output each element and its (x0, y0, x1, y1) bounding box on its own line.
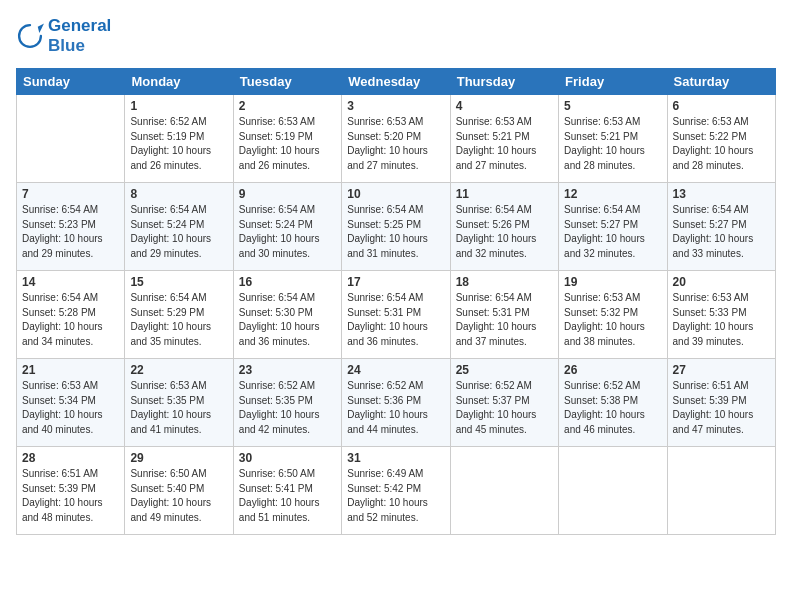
calendar-cell: 29Sunrise: 6:50 AM Sunset: 5:40 PM Dayli… (125, 447, 233, 535)
day-number: 19 (564, 275, 661, 289)
logo-icon (16, 22, 44, 50)
day-info: Sunrise: 6:54 AM Sunset: 5:31 PM Dayligh… (347, 291, 444, 349)
day-info: Sunrise: 6:54 AM Sunset: 5:31 PM Dayligh… (456, 291, 553, 349)
day-info: Sunrise: 6:53 AM Sunset: 5:20 PM Dayligh… (347, 115, 444, 173)
calendar-cell: 30Sunrise: 6:50 AM Sunset: 5:41 PM Dayli… (233, 447, 341, 535)
day-number: 17 (347, 275, 444, 289)
day-of-week-header: Tuesday (233, 69, 341, 95)
calendar-cell: 3Sunrise: 6:53 AM Sunset: 5:20 PM Daylig… (342, 95, 450, 183)
calendar-cell: 8Sunrise: 6:54 AM Sunset: 5:24 PM Daylig… (125, 183, 233, 271)
day-info: Sunrise: 6:53 AM Sunset: 5:22 PM Dayligh… (673, 115, 770, 173)
day-info: Sunrise: 6:53 AM Sunset: 5:32 PM Dayligh… (564, 291, 661, 349)
day-info: Sunrise: 6:53 AM Sunset: 5:33 PM Dayligh… (673, 291, 770, 349)
day-number: 23 (239, 363, 336, 377)
day-info: Sunrise: 6:54 AM Sunset: 5:24 PM Dayligh… (239, 203, 336, 261)
calendar-cell: 18Sunrise: 6:54 AM Sunset: 5:31 PM Dayli… (450, 271, 558, 359)
logo-text: General Blue (48, 16, 111, 56)
day-info: Sunrise: 6:50 AM Sunset: 5:41 PM Dayligh… (239, 467, 336, 525)
day-info: Sunrise: 6:52 AM Sunset: 5:36 PM Dayligh… (347, 379, 444, 437)
day-info: Sunrise: 6:51 AM Sunset: 5:39 PM Dayligh… (22, 467, 119, 525)
day-info: Sunrise: 6:54 AM Sunset: 5:29 PM Dayligh… (130, 291, 227, 349)
day-info: Sunrise: 6:54 AM Sunset: 5:23 PM Dayligh… (22, 203, 119, 261)
day-info: Sunrise: 6:54 AM Sunset: 5:24 PM Dayligh… (130, 203, 227, 261)
calendar-cell: 13Sunrise: 6:54 AM Sunset: 5:27 PM Dayli… (667, 183, 775, 271)
day-number: 4 (456, 99, 553, 113)
day-info: Sunrise: 6:52 AM Sunset: 5:19 PM Dayligh… (130, 115, 227, 173)
day-number: 16 (239, 275, 336, 289)
day-number: 21 (22, 363, 119, 377)
day-info: Sunrise: 6:50 AM Sunset: 5:40 PM Dayligh… (130, 467, 227, 525)
day-number: 3 (347, 99, 444, 113)
day-of-week-header: Monday (125, 69, 233, 95)
logo: General Blue (16, 16, 111, 56)
day-number: 14 (22, 275, 119, 289)
day-of-week-header: Wednesday (342, 69, 450, 95)
day-of-week-header: Friday (559, 69, 667, 95)
day-number: 11 (456, 187, 553, 201)
day-number: 6 (673, 99, 770, 113)
calendar-cell: 11Sunrise: 6:54 AM Sunset: 5:26 PM Dayli… (450, 183, 558, 271)
day-of-week-header: Thursday (450, 69, 558, 95)
day-info: Sunrise: 6:54 AM Sunset: 5:30 PM Dayligh… (239, 291, 336, 349)
calendar-cell: 16Sunrise: 6:54 AM Sunset: 5:30 PM Dayli… (233, 271, 341, 359)
calendar-cell: 17Sunrise: 6:54 AM Sunset: 5:31 PM Dayli… (342, 271, 450, 359)
day-info: Sunrise: 6:49 AM Sunset: 5:42 PM Dayligh… (347, 467, 444, 525)
day-number: 8 (130, 187, 227, 201)
calendar-cell: 23Sunrise: 6:52 AM Sunset: 5:35 PM Dayli… (233, 359, 341, 447)
day-number: 24 (347, 363, 444, 377)
day-number: 22 (130, 363, 227, 377)
day-info: Sunrise: 6:53 AM Sunset: 5:21 PM Dayligh… (456, 115, 553, 173)
day-info: Sunrise: 6:54 AM Sunset: 5:28 PM Dayligh… (22, 291, 119, 349)
day-number: 7 (22, 187, 119, 201)
day-number: 9 (239, 187, 336, 201)
day-of-week-header: Sunday (17, 69, 125, 95)
day-info: Sunrise: 6:53 AM Sunset: 5:19 PM Dayligh… (239, 115, 336, 173)
calendar-header-row: SundayMondayTuesdayWednesdayThursdayFrid… (17, 69, 776, 95)
day-number: 13 (673, 187, 770, 201)
calendar-week-row: 7Sunrise: 6:54 AM Sunset: 5:23 PM Daylig… (17, 183, 776, 271)
calendar-cell: 27Sunrise: 6:51 AM Sunset: 5:39 PM Dayli… (667, 359, 775, 447)
calendar-cell: 15Sunrise: 6:54 AM Sunset: 5:29 PM Dayli… (125, 271, 233, 359)
calendar-cell: 9Sunrise: 6:54 AM Sunset: 5:24 PM Daylig… (233, 183, 341, 271)
day-number: 20 (673, 275, 770, 289)
calendar-cell: 26Sunrise: 6:52 AM Sunset: 5:38 PM Dayli… (559, 359, 667, 447)
calendar-week-row: 21Sunrise: 6:53 AM Sunset: 5:34 PM Dayli… (17, 359, 776, 447)
calendar-cell: 4Sunrise: 6:53 AM Sunset: 5:21 PM Daylig… (450, 95, 558, 183)
calendar-cell (17, 95, 125, 183)
calendar-cell: 14Sunrise: 6:54 AM Sunset: 5:28 PM Dayli… (17, 271, 125, 359)
day-of-week-header: Saturday (667, 69, 775, 95)
calendar-cell: 20Sunrise: 6:53 AM Sunset: 5:33 PM Dayli… (667, 271, 775, 359)
calendar-cell: 24Sunrise: 6:52 AM Sunset: 5:36 PM Dayli… (342, 359, 450, 447)
calendar-cell: 10Sunrise: 6:54 AM Sunset: 5:25 PM Dayli… (342, 183, 450, 271)
day-number: 31 (347, 451, 444, 465)
page-header: General Blue (16, 16, 776, 56)
calendar-cell: 25Sunrise: 6:52 AM Sunset: 5:37 PM Dayli… (450, 359, 558, 447)
day-number: 26 (564, 363, 661, 377)
day-number: 2 (239, 99, 336, 113)
day-number: 27 (673, 363, 770, 377)
day-number: 5 (564, 99, 661, 113)
calendar-cell: 21Sunrise: 6:53 AM Sunset: 5:34 PM Dayli… (17, 359, 125, 447)
calendar-cell: 12Sunrise: 6:54 AM Sunset: 5:27 PM Dayli… (559, 183, 667, 271)
day-info: Sunrise: 6:54 AM Sunset: 5:26 PM Dayligh… (456, 203, 553, 261)
calendar-week-row: 1Sunrise: 6:52 AM Sunset: 5:19 PM Daylig… (17, 95, 776, 183)
calendar-cell (450, 447, 558, 535)
day-info: Sunrise: 6:54 AM Sunset: 5:27 PM Dayligh… (673, 203, 770, 261)
calendar-cell (559, 447, 667, 535)
day-number: 10 (347, 187, 444, 201)
calendar-cell (667, 447, 775, 535)
day-number: 18 (456, 275, 553, 289)
day-number: 12 (564, 187, 661, 201)
day-info: Sunrise: 6:51 AM Sunset: 5:39 PM Dayligh… (673, 379, 770, 437)
day-number: 30 (239, 451, 336, 465)
calendar-cell: 28Sunrise: 6:51 AM Sunset: 5:39 PM Dayli… (17, 447, 125, 535)
day-info: Sunrise: 6:52 AM Sunset: 5:38 PM Dayligh… (564, 379, 661, 437)
day-number: 28 (22, 451, 119, 465)
day-number: 15 (130, 275, 227, 289)
day-info: Sunrise: 6:52 AM Sunset: 5:35 PM Dayligh… (239, 379, 336, 437)
day-info: Sunrise: 6:54 AM Sunset: 5:27 PM Dayligh… (564, 203, 661, 261)
day-info: Sunrise: 6:52 AM Sunset: 5:37 PM Dayligh… (456, 379, 553, 437)
calendar-week-row: 14Sunrise: 6:54 AM Sunset: 5:28 PM Dayli… (17, 271, 776, 359)
day-info: Sunrise: 6:53 AM Sunset: 5:35 PM Dayligh… (130, 379, 227, 437)
day-number: 1 (130, 99, 227, 113)
